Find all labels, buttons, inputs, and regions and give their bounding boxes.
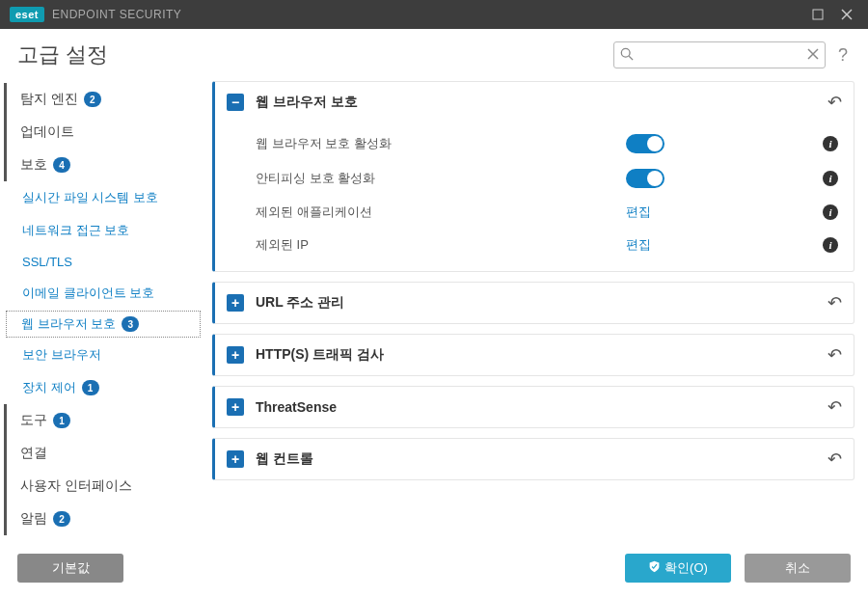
undo-icon[interactable]: ↶ [827,92,842,113]
panel-header[interactable]: + URL 주소 관리 ↶ [215,283,854,323]
sidebar-item-label: 탐지 엔진 [20,91,78,108]
collapse-icon[interactable]: − [227,94,244,111]
sidebar-item-label: 보호 [20,156,47,174]
setting-control: 편집 [626,204,819,221]
sidebar-item-tools[interactable]: 도구 1 [4,404,203,437]
panel-header[interactable]: + 웹 컨트롤 ↶ [215,439,854,479]
setting-control [626,134,819,153]
panel-title: 웹 브라우저 보호 [256,94,827,111]
edit-excluded-apps-link[interactable]: 편집 [626,204,651,219]
brand-logo: eset [10,7,44,22]
sidebar-item-label: 도구 [20,412,47,429]
search-box[interactable] [613,41,826,68]
info-icon[interactable]: i [819,237,842,253]
sidebar-item-ssl-tls[interactable]: SSL/TLS [4,247,203,277]
panel-header[interactable]: + ThreatSense ↶ [215,387,854,427]
sidebar-item-connection[interactable]: 연결 [4,437,203,470]
panel-title: HTTP(S) 트래픽 검사 [256,346,827,364]
ok-button[interactable]: 확인(O) [625,554,731,583]
titlebar: eset ENDPOINT SECURITY [0,0,868,29]
setting-row-excluded-apps: 제외된 애플리케이션 편집 i [256,196,842,229]
badge: 4 [53,157,70,173]
sidebar-item-label: 웹 브라우저 보호 [21,315,116,333]
panel-body: 웹 브라우저 보호 활성화 i 안티피싱 보호 활성화 i 제외된 애플리케이션 [215,122,854,271]
undo-icon[interactable]: ↶ [827,292,842,313]
toggle-web-protection[interactable] [626,134,665,153]
panel-title: ThreatSense [256,399,827,415]
sidebar-item-label: 보안 브라우저 [22,346,101,364]
setting-control: 편집 [626,236,819,254]
setting-row-excluded-ip: 제외된 IP 편집 i [256,229,842,261]
maximize-button[interactable] [806,3,829,26]
sidebar-item-detection-engine[interactable]: 탐지 엔진 2 [4,83,203,116]
sidebar-item-realtime-fs[interactable]: 실시간 파일 시스템 보호 [4,181,203,214]
panel-url-management: + URL 주소 관리 ↶ [212,282,854,324]
badge: 1 [53,413,70,428]
sidebar-item-label: SSL/TLS [22,255,72,269]
panel-web-browser-protection: − 웹 브라우저 보호 ↶ 웹 브라우저 보호 활성화 i 안티피싱 보호 활성… [212,81,854,272]
footer: 기본값 확인(O) 취소 [0,538,868,598]
sidebar-item-notifications[interactable]: 알림 2 [4,503,203,535]
shield-icon [648,560,661,576]
help-icon[interactable]: ? [835,45,851,66]
header: 고급 설정 ? [0,29,868,77]
sidebar-item-label: 연결 [20,445,47,462]
setting-control [626,169,819,188]
sidebar-item-label: 이메일 클라이언트 보호 [22,285,154,302]
panel-title: 웹 컨트롤 [256,450,827,468]
badge: 3 [122,316,139,332]
sidebar-item-label: 알림 [20,510,47,528]
undo-icon[interactable]: ↶ [827,448,842,470]
setting-label: 제외된 IP [256,236,626,254]
sidebar-item-label: 실시간 파일 시스템 보호 [22,189,158,206]
header-right: ? [613,41,851,68]
sidebar-item-update[interactable]: 업데이트 [4,116,203,149]
info-icon[interactable]: i [819,136,842,151]
sidebar-item-network-access[interactable]: 네트워크 접근 보호 [4,214,203,247]
close-button[interactable] [835,3,858,26]
sidebar: 탐지 엔진 2 업데이트 보호 4 실시간 파일 시스템 보호 네트워크 접근 … [0,77,203,579]
setting-row-enable-web-protection: 웹 브라우저 보호 활성화 i [256,126,842,161]
panel-https-traffic: + HTTP(S) 트래픽 검사 ↶ [212,334,854,376]
sidebar-item-web-browser[interactable]: 웹 브라우저 보호 3 [6,311,201,338]
toggle-antiphishing[interactable] [626,169,665,188]
clear-search-icon[interactable] [807,47,819,63]
info-icon[interactable]: i [819,204,842,220]
sidebar-item-label: 업데이트 [20,123,74,141]
search-icon [620,47,634,64]
ok-button-label: 확인(O) [665,559,708,577]
content: 탐지 엔진 2 업데이트 보호 4 실시간 파일 시스템 보호 네트워크 접근 … [0,77,868,579]
info-icon[interactable]: i [819,171,842,186]
expand-icon[interactable]: + [227,398,244,416]
footer-right: 확인(O) 취소 [625,554,851,583]
expand-icon[interactable]: + [227,346,244,364]
panel-title: URL 주소 관리 [256,294,827,312]
sidebar-item-device-control[interactable]: 장치 제어 1 [4,371,203,404]
window-controls [806,3,858,26]
svg-rect-0 [813,10,823,19]
page-title: 고급 설정 [17,41,108,69]
panel-header[interactable]: − 웹 브라우저 보호 ↶ [215,82,854,122]
setting-label: 웹 브라우저 보호 활성화 [256,135,626,152]
sidebar-item-protection[interactable]: 보호 4 [4,149,203,181]
setting-label: 안티피싱 보호 활성화 [256,170,626,187]
badge: 2 [84,92,101,107]
setting-row-enable-antiphishing: 안티피싱 보호 활성화 i [256,161,842,196]
expand-icon[interactable]: + [227,294,244,312]
search-input[interactable] [634,48,807,63]
setting-label: 제외된 애플리케이션 [256,204,626,221]
expand-icon[interactable]: + [227,450,244,468]
titlebar-left: eset ENDPOINT SECURITY [10,7,181,22]
undo-icon[interactable]: ↶ [827,396,842,418]
sidebar-item-label: 네트워크 접근 보호 [22,222,129,239]
sidebar-item-email-client[interactable]: 이메일 클라이언트 보호 [4,277,203,310]
cancel-button[interactable]: 취소 [745,554,851,583]
undo-icon[interactable]: ↶ [827,344,842,366]
sidebar-item-ui[interactable]: 사용자 인터페이스 [4,470,203,503]
panel-header[interactable]: + HTTP(S) 트래픽 검사 ↶ [215,335,854,375]
main-content: − 웹 브라우저 보호 ↶ 웹 브라우저 보호 활성화 i 안티피싱 보호 활성… [203,77,868,579]
edit-excluded-ip-link[interactable]: 편집 [626,237,651,252]
default-button[interactable]: 기본값 [17,554,123,583]
product-name: ENDPOINT SECURITY [52,8,181,21]
sidebar-item-secure-browser[interactable]: 보안 브라우저 [4,339,203,371]
